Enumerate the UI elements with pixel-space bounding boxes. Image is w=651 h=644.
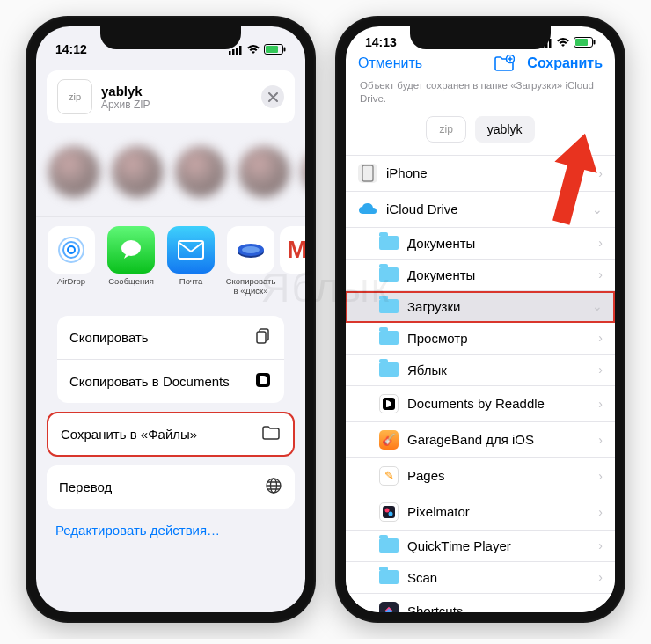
action-label: Скопировать в Documents — [69, 374, 230, 389]
share-apps-row: AirDrop Сообщения Почта Скопировать в «Д… — [36, 216, 305, 309]
action-translate[interactable]: Перевод — [47, 465, 295, 509]
svg-point-10 — [121, 240, 141, 256]
app-label: Скопировать в «Диск» — [223, 277, 279, 296]
cancel-button[interactable]: Отменить — [358, 55, 422, 71]
share-file-subtitle: Архив ZIP — [101, 99, 150, 111]
app-folder-row[interactable]: Documents by Readdle › — [346, 386, 615, 422]
action-label: Перевод — [59, 479, 112, 494]
app-mail[interactable]: Почта — [163, 226, 219, 296]
folder-icon — [379, 362, 399, 377]
app-folder-row[interactable]: QuickTime Player › — [346, 531, 615, 562]
save-button[interactable]: Сохранить — [527, 55, 603, 71]
edit-actions-link[interactable]: Редактировать действия… — [36, 509, 305, 552]
app-folder-row[interactable]: ✎ Pages › — [346, 458, 615, 494]
folder-icon — [379, 236, 399, 250]
svg-point-8 — [63, 242, 79, 258]
folder-label: Загрузки — [407, 299, 460, 314]
chevron-right-icon: › — [598, 604, 603, 612]
status-time: 14:12 — [55, 42, 87, 56]
avatar[interactable] — [48, 146, 99, 197]
filename-chip[interactable]: yablyk — [475, 116, 535, 143]
app-folder-label: Scan — [407, 570, 437, 585]
app-folder-label: Pages — [407, 468, 445, 483]
wifi-icon — [246, 44, 260, 55]
app-folder-label: Shortcuts — [407, 604, 463, 612]
app-label: Почта — [179, 277, 202, 296]
folder-row-downloads[interactable]: Загрузки ⌄ — [346, 291, 615, 323]
app-copy-to-disk[interactable]: Скопировать в «Диск» — [223, 226, 279, 296]
chevron-right-icon: › — [598, 331, 603, 345]
screen-share-sheet: 14:12 zip yablyk Архив ZIP — [36, 26, 305, 612]
app-label: Сообщения — [108, 277, 154, 296]
action-label: Скопировать — [69, 330, 149, 345]
svg-rect-3 — [239, 46, 242, 55]
folder-label: Документы — [407, 267, 475, 282]
chevron-down-icon: ⌄ — [592, 299, 603, 313]
svg-rect-6 — [284, 48, 286, 52]
action-save-to-files[interactable]: Сохранить в «Файлы» — [47, 412, 295, 457]
action-copy-to-documents[interactable]: Скопировать в Documents — [57, 360, 284, 403]
folder-row[interactable]: Яблык › — [346, 355, 615, 386]
close-button[interactable] — [261, 85, 284, 108]
folder-icon — [379, 267, 399, 282]
app-folder-row[interactable]: 🎸 GarageBand для iOS › — [346, 422, 615, 458]
chevron-right-icon: › — [598, 166, 603, 180]
avatar[interactable] — [238, 146, 289, 197]
location-list: iPhone › iCloud Drive ⌄ Документы › Доку… — [346, 155, 615, 612]
app-folder-row[interactable]: Shortcuts › — [346, 594, 615, 612]
chevron-right-icon: › — [598, 538, 603, 553]
svg-point-36 — [385, 508, 390, 512]
folder-row[interactable]: Просмотр › — [346, 323, 615, 355]
action-label: Сохранить в «Файлы» — [61, 427, 197, 442]
svg-rect-1 — [232, 49, 235, 55]
garageband-icon: 🎸 — [379, 430, 399, 450]
avatar[interactable] — [175, 146, 226, 197]
avatar[interactable] — [112, 146, 163, 197]
chevron-right-icon: › — [598, 236, 603, 250]
app-folder-label: Pixelmator — [407, 504, 470, 519]
location-label: iPhone — [386, 165, 428, 180]
folder-icon — [379, 570, 399, 584]
chevron-right-icon: › — [598, 505, 603, 519]
file-chips: zip yablyk — [346, 113, 615, 155]
battery-icon — [264, 44, 286, 55]
chevron-right-icon: › — [598, 469, 603, 483]
app-folder-row[interactable]: Scan › — [346, 562, 615, 594]
folder-icon — [379, 538, 399, 553]
pages-icon: ✎ — [379, 466, 399, 486]
app-messages[interactable]: Сообщения — [103, 226, 159, 296]
folder-row[interactable]: Документы › — [346, 228, 615, 260]
svg-rect-35 — [383, 506, 395, 518]
folder-label: Яблык — [407, 362, 447, 377]
status-time: 14:13 — [365, 35, 397, 49]
svg-rect-0 — [229, 51, 231, 55]
avatar[interactable] — [302, 146, 305, 197]
svg-rect-29 — [594, 40, 596, 45]
location-iphone[interactable]: iPhone › — [346, 156, 615, 192]
app-folder-row[interactable]: Pixelmator › — [346, 494, 615, 531]
svg-rect-33 — [362, 165, 373, 181]
chevron-right-icon: › — [598, 397, 603, 411]
svg-rect-11 — [179, 241, 203, 259]
chevron-right-icon: › — [598, 362, 603, 377]
app-more[interactable]: M — [282, 226, 305, 296]
notch — [410, 26, 551, 49]
svg-rect-16 — [257, 332, 266, 343]
folder-label: Просмотр — [407, 331, 468, 346]
folder-row[interactable]: Документы › — [346, 260, 615, 291]
chevron-right-icon: › — [598, 570, 603, 584]
app-airdrop[interactable]: AirDrop — [43, 226, 99, 296]
svg-point-7 — [68, 246, 75, 253]
battery-icon — [574, 37, 596, 48]
folder-icon — [379, 299, 399, 313]
location-icloud-drive[interactable]: iCloud Drive ⌄ — [346, 192, 615, 228]
copy-icon — [254, 327, 272, 348]
location-label: iCloud Drive — [386, 201, 458, 216]
action-copy[interactable]: Скопировать — [57, 316, 284, 360]
chevron-right-icon: › — [598, 433, 603, 447]
shortcuts-icon — [379, 602, 399, 612]
new-folder-button[interactable] — [494, 55, 515, 72]
app-folder-label: Documents by Readdle — [407, 396, 545, 411]
chevron-down-icon: ⌄ — [592, 202, 603, 216]
folder-label: Документы — [407, 236, 475, 251]
